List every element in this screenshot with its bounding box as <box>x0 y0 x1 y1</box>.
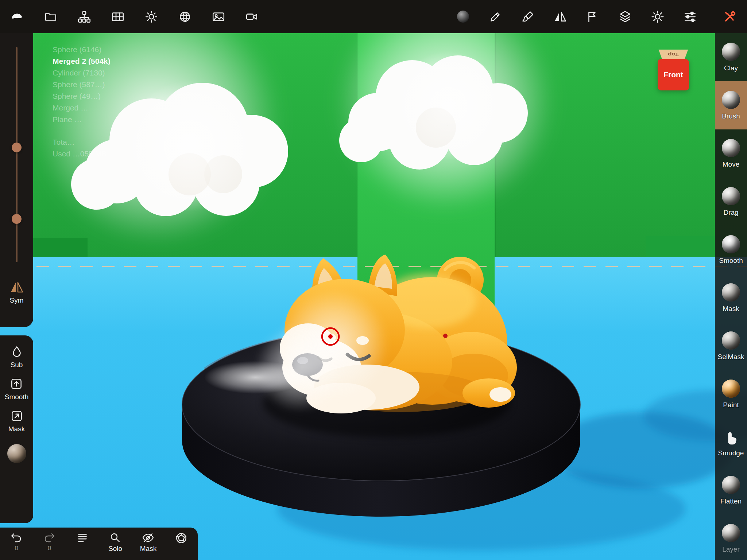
grid-icon <box>111 10 125 24</box>
mirror-icon <box>553 10 567 24</box>
sliders-icon <box>683 10 697 24</box>
tool-label: Paint <box>723 401 739 409</box>
tool-label: Mask <box>723 305 739 313</box>
scene-graph-button[interactable] <box>77 9 92 24</box>
mask-label: Mask <box>8 425 25 433</box>
selmask-tool-icon <box>722 331 740 350</box>
stroke-button[interactable] <box>585 9 600 24</box>
solo-label: Solo <box>108 545 122 553</box>
list-icon <box>76 531 89 545</box>
symmetry-icon <box>9 281 24 293</box>
lighting-button[interactable] <box>144 9 159 24</box>
image-icon <box>212 10 225 24</box>
tool-label: Layer <box>722 545 740 553</box>
nomad-logo-icon <box>10 10 24 24</box>
sub-action[interactable]: Sub <box>10 345 24 369</box>
stylus-button[interactable] <box>488 9 503 24</box>
tool-paint[interactable]: Paint <box>715 370 747 418</box>
folder-icon <box>44 10 58 24</box>
undo-count: 0 <box>15 545 18 552</box>
smooth-action[interactable]: Smooth <box>5 377 28 401</box>
background-image-button[interactable] <box>211 9 226 24</box>
tool-brush[interactable]: Brush <box>715 81 747 129</box>
crossed-tools-icon <box>723 9 737 24</box>
topology-button[interactable] <box>110 9 125 24</box>
eye-slash-icon <box>142 531 155 544</box>
redo-icon <box>43 531 56 544</box>
tool-label: SelMask <box>718 353 744 361</box>
symmetry-label: Sym <box>10 296 24 304</box>
mask-action[interactable]: Mask <box>8 409 25 433</box>
smudge-hand-icon <box>722 428 740 446</box>
bottom-toolbar: 0 0 Solo Mask <box>0 528 198 560</box>
settings-button[interactable] <box>650 9 665 24</box>
tool-label: Flatten <box>720 497 742 505</box>
tool-label: Move <box>723 160 739 168</box>
mask-tool-icon <box>722 283 740 302</box>
secondary-marker <box>443 334 448 338</box>
sub-label: Sub <box>11 361 23 369</box>
square-up-arrow-icon <box>9 377 23 391</box>
mask-visibility-button[interactable]: Mask <box>132 531 164 553</box>
painting-button[interactable] <box>520 9 535 24</box>
top-toolbar <box>0 0 747 33</box>
tool-drag[interactable]: Drag <box>715 178 747 226</box>
square-corner-arrow-icon <box>10 409 24 423</box>
tool-mask[interactable]: Mask <box>715 274 747 322</box>
paint-tool-icon <box>722 380 740 398</box>
tool-flatten[interactable]: Flatten <box>715 466 747 514</box>
smooth-tool-icon <box>722 235 740 253</box>
layers-button[interactable] <box>618 9 633 24</box>
mesh-sphere-button[interactable] <box>177 9 193 24</box>
symmetry-toggle[interactable]: Sym <box>0 281 33 304</box>
top-toolbar-left <box>9 9 260 24</box>
redo-button[interactable]: 0 <box>34 531 65 552</box>
left-slider-panel: Sym <box>0 33 33 327</box>
flatten-tool-icon <box>722 476 740 494</box>
layer-tool-icon <box>722 524 740 542</box>
mesh-sphere-icon <box>178 10 192 24</box>
tool-layer[interactable]: Layer <box>715 514 747 560</box>
video-camera-icon <box>245 10 259 24</box>
stroke-flag-icon <box>586 10 600 24</box>
intensity-slider-handle[interactable] <box>12 214 22 224</box>
symmetry-button[interactable] <box>553 9 568 24</box>
tool-smudge[interactable]: Smudge <box>715 418 747 466</box>
gizmo-front-face[interactable]: Front <box>658 59 689 90</box>
solo-button[interactable]: Solo <box>100 531 131 553</box>
nomad-logo-button[interactable] <box>9 9 25 24</box>
undo-icon <box>10 531 23 544</box>
tool-selmask[interactable]: SelMask <box>715 322 747 370</box>
gizmo-top-face[interactable]: Top <box>658 50 689 59</box>
brush-slider-track[interactable] <box>16 47 18 262</box>
matcap-button[interactable] <box>455 9 471 24</box>
smooth-label: Smooth <box>5 393 28 401</box>
files-button[interactable] <box>43 9 58 24</box>
viewport-canvas[interactable] <box>0 0 747 560</box>
tool-label: Smudge <box>718 449 744 457</box>
tool-label: Drag <box>723 209 738 217</box>
gizmo-top-label: Top <box>668 51 679 57</box>
paint-brush-icon <box>521 10 535 24</box>
gear-icon <box>651 10 665 24</box>
tool-label: Smooth <box>719 257 743 265</box>
tool-clay[interactable]: Clay <box>715 33 747 81</box>
gizmo-front-label: Front <box>663 70 683 79</box>
debug-tools-button[interactable] <box>722 9 738 24</box>
tool-move[interactable]: Move <box>715 129 747 178</box>
wireframe-button[interactable] <box>166 531 197 545</box>
tool-smooth[interactable]: Smooth <box>715 226 747 274</box>
top-toolbar-right <box>455 9 738 24</box>
right-tool-bar: Clay Brush Move Drag Smooth Mask SelMask… <box>715 33 747 560</box>
clay-tool-icon <box>722 43 740 61</box>
object-list-button[interactable] <box>67 531 98 545</box>
material-sphere-button[interactable] <box>7 444 26 463</box>
interface-button[interactable] <box>682 9 698 24</box>
camera-button[interactable] <box>244 9 260 24</box>
brush-tool-icon <box>722 91 740 109</box>
undo-button[interactable]: 0 <box>1 531 32 552</box>
tool-label: Clay <box>724 64 738 72</box>
platform-glint <box>204 361 306 394</box>
radius-slider-handle[interactable] <box>12 143 22 152</box>
orientation-gizmo[interactable]: Top Front <box>657 50 690 90</box>
